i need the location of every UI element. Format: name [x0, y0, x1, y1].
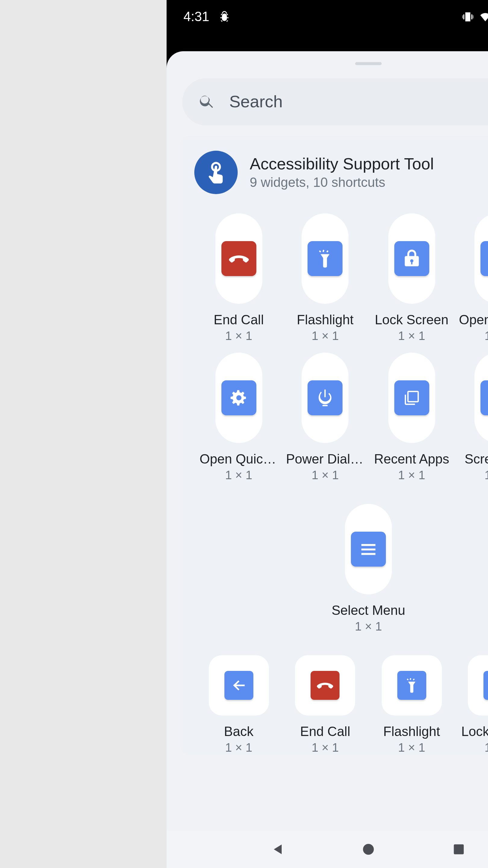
widget-label: Select Menu: [332, 603, 405, 618]
section-title: Accessibility Support Tool: [250, 155, 488, 173]
shortcut-lock-screen[interactable]: Lock Screen 1 × 1: [455, 655, 488, 755]
vibrate-icon: [462, 10, 474, 23]
widget-label: Open Quick Settings: [200, 452, 278, 467]
status-bar: 4:31 78%: [167, 0, 488, 33]
widget-size: 1 × 1: [225, 329, 252, 343]
widget-open-quick-settings[interactable]: Open Quick Settings 1 × 1: [195, 352, 282, 482]
widget-size: 1 × 1: [225, 468, 252, 482]
widget-size: 1 × 1: [398, 741, 425, 755]
flashlight-icon: [403, 677, 420, 694]
shortcut-flashlight[interactable]: Flashlight 1 × 1: [368, 655, 455, 755]
widget-recent-apps[interactable]: Recent Apps 1 × 1: [368, 352, 455, 482]
nav-recents-button[interactable]: [450, 840, 468, 858]
debug-icon: [218, 10, 231, 23]
widget-open-notifications[interactable]: Open Notifications 1 × 1: [455, 213, 488, 343]
svg-point-1: [363, 844, 374, 855]
phone-hangup-icon: [229, 248, 249, 269]
touch-icon: [203, 160, 229, 185]
widget-grid: End Call 1 × 1 Flashlight 1 × 1 Lock Scr…: [191, 201, 488, 482]
phone-hangup-icon: [317, 677, 334, 694]
widget-select-menu[interactable]: Select Menu 1 × 1: [195, 504, 488, 633]
nav-home-button[interactable]: [359, 840, 378, 858]
widget-label: Screenshot: [464, 452, 488, 467]
widget-size: 1 × 1: [484, 741, 488, 755]
search-icon: [198, 93, 216, 111]
widget-label: Back: [224, 724, 254, 740]
shortcut-grid: Back 1 × 1 End Call 1 × 1 Flashlight 1 ×…: [191, 633, 488, 755]
lock-icon: [401, 248, 422, 269]
recents-icon: [401, 388, 422, 408]
widget-end-call[interactable]: End Call 1 × 1: [195, 213, 282, 343]
widget-size: 1 × 1: [312, 468, 338, 482]
widget-size: 1 × 1: [225, 741, 252, 755]
widget-label: Lock Screen: [461, 724, 488, 740]
widget-screenshot[interactable]: Screenshot 1 × 1: [455, 352, 488, 482]
widget-picker-sheet: Search Accessibility Support Tool 9 widg…: [167, 51, 488, 831]
status-time: 4:31: [184, 9, 209, 24]
widget-section: Accessibility Support Tool 9 widgets, 10…: [180, 136, 488, 755]
wifi-icon: [479, 10, 488, 23]
shortcut-back[interactable]: Back 1 × 1: [195, 655, 282, 755]
arrow-left-icon: [230, 677, 247, 694]
nav-home-icon: [361, 842, 376, 857]
widget-label: Power Dialog: [286, 452, 364, 467]
gear-icon: [229, 388, 249, 408]
widget-size: 1 × 1: [312, 741, 338, 755]
menu-icon: [358, 539, 379, 559]
widget-label: Lock Screen: [375, 312, 449, 328]
widget-label: Open Notifications: [459, 312, 488, 328]
app-icon: [194, 151, 238, 194]
navigation-bar: [167, 831, 488, 868]
nav-back-icon: [271, 842, 285, 857]
widget-size: 1 × 1: [484, 329, 488, 343]
flashlight-icon: [315, 248, 335, 269]
widget-label: Flashlight: [297, 312, 353, 328]
widget-lock-screen[interactable]: Lock Screen 1 × 1: [368, 213, 455, 343]
widget-size: 1 × 1: [484, 468, 488, 482]
widget-label: End Call: [214, 312, 264, 328]
nav-recents-icon: [452, 843, 465, 856]
widget-label: Flashlight: [383, 724, 440, 740]
search-placeholder: Search: [229, 92, 283, 112]
power-icon: [315, 388, 335, 408]
section-subtitle: 9 widgets, 10 shortcuts: [250, 175, 488, 190]
widget-power-dialog[interactable]: Power Dialog 1 × 1: [282, 352, 368, 482]
widget-grid: Select Menu 1 × 1: [191, 482, 488, 633]
widget-size: 1 × 1: [355, 620, 382, 633]
widget-label: Recent Apps: [374, 452, 450, 467]
svg-rect-2: [454, 844, 464, 855]
sheet-drag-handle[interactable]: [355, 62, 382, 65]
search-input[interactable]: Search: [182, 79, 488, 125]
shortcut-end-call[interactable]: End Call 1 × 1: [282, 655, 368, 755]
section-header[interactable]: Accessibility Support Tool 9 widgets, 10…: [191, 151, 488, 201]
widget-size: 1 × 1: [398, 468, 425, 482]
widget-size: 1 × 1: [398, 329, 425, 343]
widget-label: End Call: [300, 724, 350, 740]
nav-back-button[interactable]: [269, 840, 287, 858]
widget-flashlight[interactable]: Flashlight 1 × 1: [282, 213, 368, 343]
widget-size: 1 × 1: [312, 329, 338, 343]
